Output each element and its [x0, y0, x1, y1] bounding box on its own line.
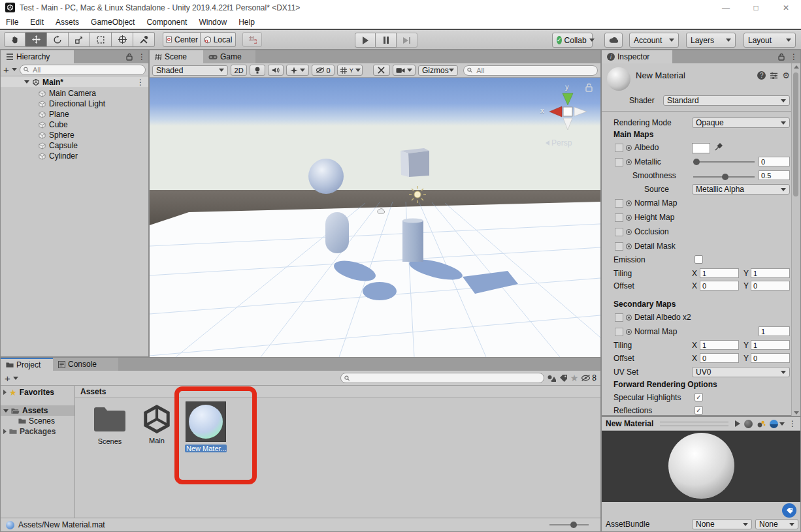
scene-effects-dropdown[interactable]	[286, 65, 309, 76]
foldout-arrow-icon[interactable]	[3, 409, 8, 413]
presets-icon[interactable]	[770, 72, 778, 80]
metallic-texture-slot[interactable]	[615, 158, 623, 166]
smoothness-value-input[interactable]	[759, 170, 790, 180]
lock-icon[interactable]	[778, 53, 785, 61]
tree-packages[interactable]: Packages	[1, 426, 74, 437]
maximize-button[interactable]: □	[741, 0, 771, 15]
tab-console[interactable]: Console	[53, 358, 118, 371]
hierarchy-item-cylinder[interactable]: Cylinder	[1, 151, 148, 161]
project-search[interactable]	[340, 373, 544, 383]
secondary-offset-x-input[interactable]	[700, 353, 739, 363]
secondary-normal-texture-slot[interactable]	[615, 328, 623, 336]
help-icon[interactable]: ?	[757, 71, 766, 80]
2d-toggle-button[interactable]: 2D	[231, 65, 248, 76]
hierarchy-menu-icon[interactable]: ⋮	[138, 52, 146, 61]
search-by-label-icon[interactable]	[559, 374, 568, 383]
tab-scene[interactable]: Scene	[150, 50, 203, 63]
hierarchy-search-input[interactable]	[31, 65, 142, 74]
normal-map-texture-slot[interactable]	[615, 199, 623, 208]
menu-assets[interactable]: Assets	[50, 15, 85, 29]
slider-knob[interactable]	[570, 522, 577, 528]
hierarchy-item-sphere[interactable]: Sphere	[1, 130, 148, 140]
tab-inspector[interactable]: i Inspector	[602, 50, 672, 63]
asset-item-scenes[interactable]: Scenes	[90, 405, 130, 445]
tab-hierarchy[interactable]: Hierarchy	[1, 50, 74, 63]
scene-viewport[interactable]: y x Persp	[150, 78, 600, 357]
menu-window[interactable]: Window	[193, 15, 233, 29]
shading-mode-dropdown[interactable]: Shaded	[152, 65, 228, 76]
play-button[interactable]	[355, 33, 376, 48]
project-search-input[interactable]	[352, 373, 540, 383]
menu-gameobject[interactable]: GameObject	[85, 15, 140, 29]
rendering-mode-dropdown[interactable]: Opaque	[692, 117, 790, 128]
collab-dropdown[interactable]: ✓ Collab	[552, 33, 593, 48]
albedo-texture-slot[interactable]	[615, 144, 623, 152]
cylinder-object[interactable]	[402, 219, 423, 262]
secondary-offset-y-input[interactable]	[751, 353, 790, 363]
asset-item-new-material[interactable]: New Mater...	[185, 401, 227, 452]
move-tool-button[interactable]	[25, 32, 47, 47]
create-object-button[interactable]: +	[3, 65, 9, 74]
gear-icon[interactable]: ⚙	[782, 70, 790, 80]
custom-tools-button[interactable]	[133, 32, 155, 47]
tree-favorites[interactable]: ★ Favorites	[1, 387, 74, 398]
foldout-arrow-icon[interactable]	[3, 390, 7, 395]
eyedropper-icon[interactable]	[714, 142, 723, 151]
tab-project[interactable]: Project	[1, 358, 53, 371]
step-button[interactable]	[397, 33, 417, 48]
rect-tool-button[interactable]	[90, 32, 112, 47]
scene-audio-toggle[interactable]	[268, 65, 284, 76]
specular-highlights-checkbox[interactable]: ✓	[695, 393, 703, 401]
minimize-button[interactable]: —	[711, 0, 741, 15]
hidden-packages-toggle[interactable]: 8	[581, 373, 597, 383]
preview-menu-icon[interactable]: ⋮	[789, 419, 796, 428]
scene-grid-toggle[interactable]: Y	[337, 65, 363, 76]
layers-dropdown[interactable]: Layers	[686, 33, 736, 48]
hand-tool-button[interactable]	[4, 32, 25, 47]
tree-scenes[interactable]: Scenes	[1, 416, 74, 426]
pause-button[interactable]	[376, 33, 397, 48]
scene-row-main[interactable]: Main* ⋮	[1, 76, 148, 88]
foldout-arrow-icon[interactable]	[3, 429, 7, 434]
gizmos-dropdown[interactable]: Gizmos	[418, 65, 458, 76]
hierarchy-item-capsule[interactable]: Capsule	[1, 140, 148, 151]
scene-menu-icon[interactable]: ⋮	[137, 78, 144, 87]
account-dropdown[interactable]: Account	[629, 33, 679, 48]
scene-lighting-toggle[interactable]	[250, 65, 265, 76]
secondary-tiling-x-input[interactable]	[700, 340, 739, 350]
lock-icon[interactable]	[126, 53, 133, 61]
detail-mask-texture-slot[interactable]	[615, 242, 623, 251]
gizmo-center-cube[interactable]	[563, 107, 572, 116]
slider-knob[interactable]	[693, 159, 700, 165]
menu-help[interactable]: Help	[233, 15, 261, 29]
rotate-tool-button[interactable]	[47, 32, 69, 47]
search-by-type-icon[interactable]	[547, 374, 557, 383]
preview-play-icon[interactable]	[735, 420, 740, 427]
tree-assets[interactable]: Assets	[1, 405, 74, 416]
shader-dropdown[interactable]: Standard	[663, 95, 790, 106]
scene-search-input[interactable]	[475, 66, 594, 75]
grid-snapping-button[interactable]	[242, 32, 262, 47]
hierarchy-item-main-camera[interactable]: Main Camera	[1, 88, 148, 99]
preview-mesh-icon[interactable]	[744, 420, 753, 428]
offset-y-input[interactable]	[751, 281, 790, 290]
slider-knob[interactable]	[722, 174, 728, 180]
albedo-color-swatch[interactable]	[692, 143, 710, 153]
menu-edit[interactable]: Edit	[24, 15, 50, 29]
hierarchy-search[interactable]	[20, 65, 146, 75]
offset-x-input[interactable]	[700, 281, 739, 290]
assetbundle-tag-button[interactable]	[782, 503, 796, 518]
inspector-menu-icon[interactable]: ⋮	[790, 52, 798, 61]
uv-set-dropdown[interactable]: UV0	[692, 367, 790, 377]
metallic-value-input[interactable]	[759, 157, 790, 166]
menu-component[interactable]: Component	[140, 15, 193, 29]
reflections-checkbox[interactable]: ✓	[695, 406, 703, 415]
pivot-mode-button[interactable]: Center	[163, 32, 201, 47]
smoothness-slider[interactable]	[693, 176, 755, 178]
scroll-up-arrow[interactable]	[794, 65, 799, 69]
preview-lighting-icon[interactable]	[757, 420, 766, 428]
saved-search-star-icon[interactable]: ★	[570, 373, 579, 383]
scrollbar-thumb[interactable]	[793, 72, 798, 196]
tiling-x-input[interactable]	[700, 268, 739, 278]
close-button[interactable]: ✕	[771, 0, 801, 15]
